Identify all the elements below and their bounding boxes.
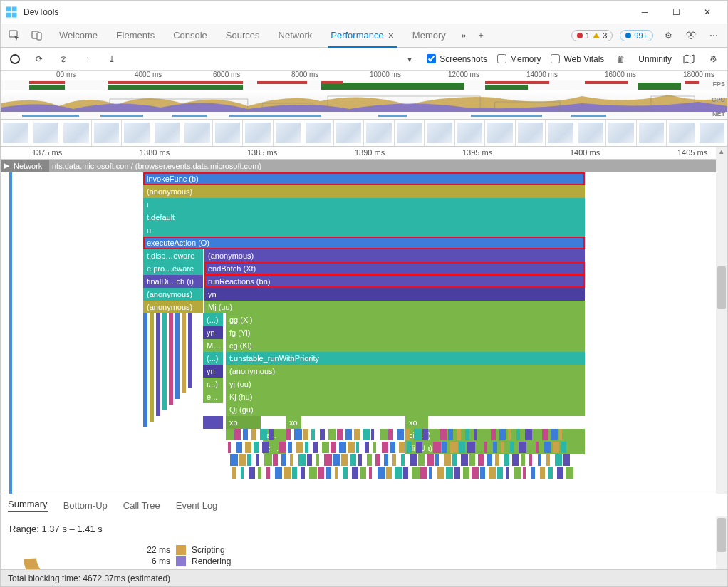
flame-bar[interactable]: runReactions (bn) [204,275,585,288]
flame-bar[interactable]: t.disp…eware [143,249,203,262]
flame-chart[interactable]: ▶ Network nts.data.microsoft.com/ (brows… [1,160,727,494]
more-tabs-icon[interactable]: » [456,28,472,43]
summary-legend: 22 msScripting 6 msRendering [143,544,231,568]
flame-bar[interactable]: (anonymous) [204,249,585,262]
flame-bar[interactable]: e... [203,390,223,403]
svg-rect-3 [12,13,17,18]
window-close[interactable]: ✕ [692,1,723,23]
messages-badge[interactable]: 99+ [620,30,653,41]
upload-icon[interactable]: ↑ [80,52,95,66]
flame-bar[interactable]: endBatch (Xt) [204,262,585,275]
tab-network[interactable]: Network [270,24,321,48]
flame-bar[interactable]: yn [203,326,223,339]
device-icon[interactable] [29,28,45,43]
flame-bar[interactable]: e.pro…eware [143,262,203,275]
unminify-label[interactable]: Unminify [638,54,672,64]
flame-row: finalDi…ch (i)runReactions (bn) [1,275,716,288]
window-maximize[interactable]: ☐ [660,1,692,23]
detail-ruler[interactable]: 1375 ms 1380 ms 1385 ms 1390 ms 1395 ms … [1,147,727,160]
flame-bar[interactable]: (anonymous) [143,288,203,301]
clear-button[interactable]: ⊘ [56,52,71,66]
network-resource[interactable]: nts.data.microsoft.com/ (browser.events.… [49,160,727,172]
download-icon[interactable]: ⤓ [105,52,119,66]
flame-bar[interactable]: yn [203,365,223,378]
flame-bar[interactable]: (anonymous) [143,301,203,313]
tab-elements[interactable]: Elements [108,24,163,48]
tab-calltree[interactable]: Call Tree [123,500,160,511]
expand-icon[interactable]: ▶ [4,161,9,170]
tab-sources[interactable]: Sources [217,24,269,48]
flame-bar[interactable]: Kj (hu) [226,390,585,403]
flame-bar[interactable]: cg (Kl) [226,339,585,352]
flame-bar[interactable]: M... [203,339,223,352]
flame-bar[interactable]: n [143,224,585,237]
tab-bottomup[interactable]: Bottom-Up [63,500,108,511]
flame-row: (anonymous)yn [1,288,716,301]
flame-row: i [1,198,716,211]
flame-bar[interactable]: r...) [203,378,223,390]
svg-rect-1 [12,7,17,12]
screenshots-checkbox[interactable]: Screenshots [427,54,487,64]
flame-bar[interactable]: xo [286,416,301,429]
flame-row: r...)yj (ou) [1,378,716,390]
flame-scrollbar[interactable] [716,160,727,494]
flame-bar[interactable]: finalDi…ch (i) [143,275,203,288]
feedback-icon[interactable] [683,28,699,43]
flame-bar[interactable]: Mj (uu) [204,301,585,313]
flame-bar[interactable]: (...) [203,313,223,326]
webvitals-checkbox[interactable]: Web Vitals [551,54,604,64]
flame-bar[interactable]: executeAction (O) [143,237,585,249]
flame-bar[interactable]: Qj (gu) [226,403,585,416]
flame-bar[interactable]: xo [405,416,428,429]
gear-icon[interactable]: ⚙ [660,28,676,43]
flame-bar[interactable]: yn [204,288,585,301]
flame-bar[interactable]: (...) [203,352,223,365]
flame-bar[interactable]: yj (ou) [226,378,585,390]
flame-bar[interactable]: xo [226,416,261,429]
svg-rect-2 [6,13,11,18]
settings-gear-icon[interactable]: ⚙ [706,52,720,66]
svg-point-7 [687,32,691,36]
history-dropdown[interactable]: ▾ [402,52,417,66]
flame-bar[interactable]: fg (Yl) [226,326,585,339]
reload-record-button[interactable]: ⟳ [32,52,46,66]
memory-checkbox[interactable]: Memory [497,54,541,64]
summary-scrollbar[interactable] [716,516,727,569]
record-button[interactable] [8,52,22,66]
sourcemap-icon[interactable] [682,52,696,66]
flame-bar[interactable]: i [143,198,585,211]
tab-performance[interactable]: Performance× [322,24,402,48]
flame-row: invokeFunc (b) [1,172,716,185]
tab-summary[interactable]: Summary [8,499,48,512]
inspect-icon[interactable] [6,28,22,43]
flame-bar[interactable]: (anonymous) [226,365,585,378]
window-titlebar: DevTools ─ ☐ ✕ [1,1,727,24]
tab-welcome[interactable]: Welcome [51,24,106,48]
errors-warnings-badge[interactable]: 1 3 [571,30,613,41]
kebab-icon[interactable]: ⋯ [706,28,722,43]
add-tab-icon[interactable]: ＋ [473,28,489,43]
flame-row: (anonymous) [1,185,716,198]
trash-icon[interactable]: 🗑 [614,52,628,66]
devtools-icon [5,6,18,19]
tab-memory[interactable]: Memory [404,24,454,48]
tab-console[interactable]: Console [165,24,216,48]
tab-eventlog[interactable]: Event Log [176,500,218,511]
main-thread-strip [9,172,12,494]
overview-pane[interactable]: 00 ms 4000 ms 6000 ms 8000 ms 10000 ms 1… [1,71,727,120]
flame-bar[interactable]: t.default [143,211,585,224]
network-track-header[interactable]: ▶ Network nts.data.microsoft.com/ (brows… [1,160,727,172]
flame-row: M...cg (Kl) [1,339,716,352]
flame-row: (...)gg (Xl) [1,313,716,326]
flame-bar[interactable]: (anonymous) [143,185,585,198]
ruler-scroll-up[interactable]: ▴ [716,147,727,160]
screenshot-filmstrip[interactable] [1,120,727,147]
flame-bar[interactable]: gg (Xl) [226,313,585,326]
close-icon[interactable]: × [388,30,394,41]
svg-rect-6 [37,33,41,40]
svg-rect-4 [9,31,17,37]
flame-row: e...Kj (hu) [1,390,716,403]
window-minimize[interactable]: ─ [629,1,660,23]
flame-bar[interactable]: invokeFunc (b) [143,172,585,185]
flame-bar[interactable]: t.unstable_runWithPriority [226,352,585,365]
